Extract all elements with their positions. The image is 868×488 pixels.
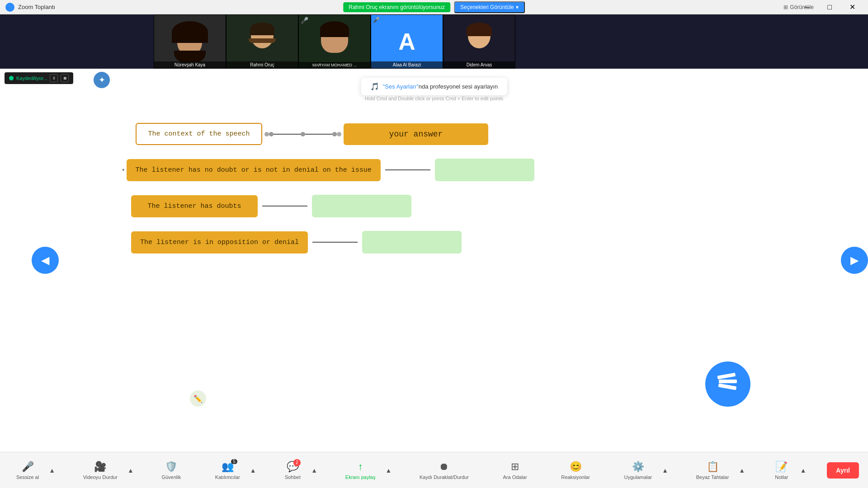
connector-2 (385, 169, 430, 170)
apps-options-button[interactable]: ▲ (661, 467, 669, 474)
avatar-letter: A (398, 28, 415, 55)
line-segment (274, 134, 301, 135)
share-group: ↑ Ekranı paylaş ▲ (338, 457, 393, 483)
mute-icon: 🎤 (301, 17, 308, 24)
participants-button[interactable]: 👥 5 Katılımcılar (208, 457, 247, 483)
leave-button[interactable]: Ayrıl (827, 462, 859, 479)
record-button[interactable]: ⏺ Kaydı Duraklat/Durdur (412, 457, 476, 483)
opposition-box: The listener is in opposition or denial (131, 231, 308, 253)
participants-options-button[interactable]: ▲ (249, 467, 257, 474)
participant-thumbnail: Rahmi Oruç (226, 14, 298, 69)
security-group: 🛡️ Güvenlik (154, 457, 188, 483)
stop-recording-button[interactable]: ⏹ (61, 74, 69, 82)
audio-notification: 🎵 "Ses Ayarları"nda profesyonel sesi aya… (361, 78, 507, 95)
mute-icon: 🎤 (373, 17, 380, 23)
notes-group: 📝 Notlar ▲ (766, 457, 807, 483)
diagram-row-1: The context of the speech your answer (136, 123, 760, 145)
share-screen-icon: ↑ (358, 461, 363, 473)
node-start (269, 132, 274, 136)
mic-icon: 🎤 (22, 461, 34, 472)
nav-left-area: ◀ (0, 69, 90, 452)
no-doubt-box: The listener has no doubt or is not in d… (127, 159, 381, 181)
participant-thumbnail: Nürevşah Kaya (154, 14, 226, 69)
node-end (332, 132, 337, 136)
prev-slide-button[interactable]: ◀ (32, 247, 59, 274)
mute-button[interactable]: 🎤 Sessize al (9, 457, 46, 483)
chevron-left-icon: ◀ (41, 254, 49, 267)
title-bar: Zoom Toplantı Rahmi Oruç ekranını görünt… (0, 0, 868, 14)
view-button[interactable]: ⊞ Görüntüle (783, 4, 814, 10)
breakout-button[interactable]: ⊞ Ara Odalar (495, 457, 534, 483)
rooms-icon: ⊞ (511, 461, 519, 473)
notes-button[interactable]: 📝 Notlar (766, 457, 797, 483)
line-segment-2 (305, 134, 332, 135)
participant-thumbnail: 🎤 MARYAM MOHAMED ... (298, 14, 371, 69)
answer-box-2 (435, 159, 534, 181)
pen-tool[interactable]: ✏️ (190, 390, 206, 407)
zoom-icon (5, 3, 14, 12)
recording-text: Kaydediliyor... (16, 75, 47, 81)
reactions-button[interactable]: 😊 Reaksiyonlar (554, 457, 597, 483)
recording-bar: Kaydediliyor... ⏸ ⏹ (5, 72, 73, 84)
compass-icon: ✦ (90, 69, 113, 91)
close-button[interactable]: ✕ (842, 0, 863, 14)
participant-thumbnail: Didem Arvas (443, 14, 515, 69)
share-options-btn[interactable]: ▲ (384, 467, 392, 474)
camera-icon: 🎥 (94, 461, 106, 473)
participants-bar: Nürevşah Kaya Rahmi Oruç 🎤 MARYAM MOHAME… (154, 14, 868, 69)
chat-button[interactable]: 💬 2 Sohbet (277, 457, 308, 483)
participant-name: Didem Arvas (443, 61, 515, 68)
shield-icon: 🛡️ (165, 461, 177, 473)
context-box: The context of the speech (136, 123, 262, 145)
share-banner: Rahmi Oruç ekranını görüntülüyorsunuz Se… (343, 1, 525, 13)
slide-area: 🎵 "Ses Ayarları"nda profesyonel sesi aya… (90, 69, 778, 452)
svg-rect-1 (719, 380, 737, 383)
recording-dot (9, 76, 14, 80)
reactions-group: 😊 Reaksiyonlar (554, 457, 597, 483)
chat-group: 💬 2 Sohbet ▲ (277, 457, 318, 483)
node-mid (301, 132, 305, 136)
share-screen-button[interactable]: ↑ Ekranı paylaş (338, 457, 383, 483)
video-options-button[interactable]: ▲ (127, 467, 135, 474)
mic-options-button[interactable]: ▲ (48, 467, 56, 474)
participant-name: Nürevşah Kaya (154, 61, 226, 68)
participant-name: Alaa Al Barazi (371, 61, 443, 68)
nav-right-area: ▶ (778, 69, 868, 452)
bottom-toolbar: 🎤 Sessize al ▲ 🎥 Videoyu Durdur ▲ 🛡️ Güv… (0, 452, 868, 488)
record-icon: ⏺ (439, 461, 449, 473)
answer-box-4 (362, 231, 462, 253)
logo-svg (714, 371, 741, 398)
video-group: 🎥 Videoyu Durdur ▲ (76, 457, 135, 483)
participant-thumbnail: A 🎤 Alaa Al Barazi (371, 14, 443, 69)
answer-box: your answer (344, 123, 488, 145)
participant-name: Rahmi Oruç (226, 61, 298, 68)
chat-options-button[interactable]: ▲ (310, 467, 318, 474)
whiteboard-options-button[interactable]: ▲ (738, 467, 746, 474)
taskforce-logo (705, 361, 750, 407)
notes-options-button[interactable]: ▲ (799, 467, 807, 474)
notes-icon: 📝 (775, 461, 788, 473)
video-button[interactable]: 🎥 Videoyu Durdur (76, 457, 125, 483)
record-group: ⏺ Kaydı Duraklat/Durdur (412, 457, 476, 483)
bullet-point: • (122, 166, 125, 174)
pause-recording-button[interactable]: ⏸ (50, 74, 58, 82)
apps-icon: ⚙️ (632, 461, 644, 473)
participants-group: 👥 5 Katılımcılar ▲ (208, 457, 257, 483)
security-button[interactable]: 🛡️ Güvenlik (154, 457, 188, 483)
audio-settings-link[interactable]: "Ses Ayarları" (383, 83, 419, 90)
doubts-box: The listener has doubts (131, 195, 258, 217)
diagram-row-3: The listener has doubts (122, 195, 760, 217)
whiteboard-button[interactable]: 📋 Beyaz Tahtalar (689, 457, 736, 483)
share-status: Rahmi Oruç ekranını görüntülüyorsunuz (343, 2, 450, 12)
mic-group: 🎤 Sessize al ▲ (9, 457, 56, 483)
answer-box-3 (312, 195, 411, 217)
breakout-group: ⊞ Ara Odalar (495, 457, 534, 483)
connector-1 (267, 134, 339, 135)
diagram-row-4: The listener is in opposition or denial (122, 231, 760, 253)
next-slide-button[interactable]: ▶ (841, 247, 868, 274)
apps-group: ⚙️ Uygulamalar ▲ (617, 457, 670, 483)
svg-rect-2 (718, 383, 737, 390)
share-options-button[interactable]: Seçenekleri Görüntüle ▾ (454, 1, 525, 13)
maximize-button[interactable]: □ (819, 0, 840, 14)
apps-button[interactable]: ⚙️ Uygulamalar (617, 457, 660, 483)
